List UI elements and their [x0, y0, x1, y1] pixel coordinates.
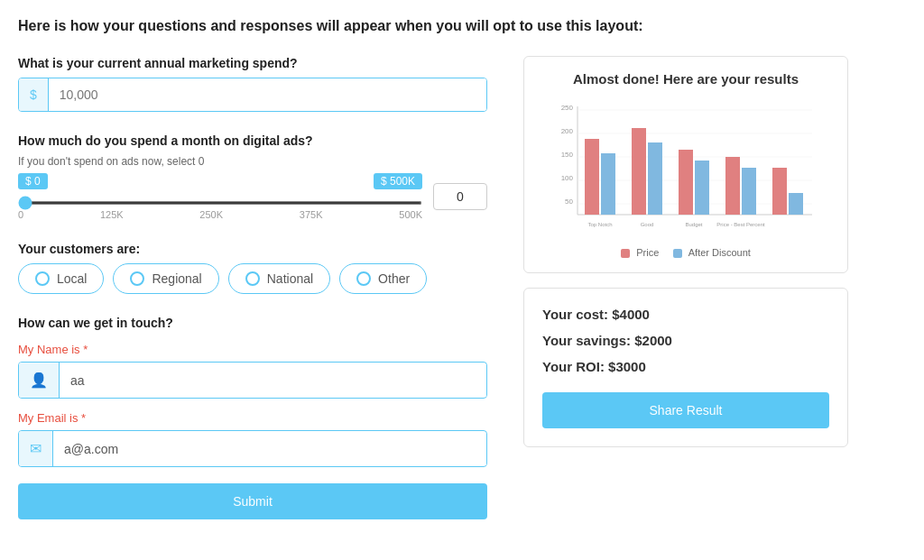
bar-g5-after	[789, 193, 803, 215]
q3-label: Your customers are:	[18, 242, 487, 256]
name-required: *	[83, 343, 88, 356]
range-labels: $ 0 $ 500K	[18, 173, 422, 189]
share-button[interactable]: Share Result	[542, 392, 829, 428]
bar-price-best-after	[742, 168, 756, 215]
bar-budget-price	[679, 150, 693, 215]
range-wrapper: $ 0 $ 500K 0 125K 250K 375K 500K	[18, 173, 422, 220]
radio-local[interactable]: Local	[18, 263, 104, 294]
tick-250k: 250K	[199, 209, 223, 220]
email-input[interactable]	[53, 433, 486, 465]
svg-text:Budget: Budget	[685, 222, 702, 227]
person-icon: 👤	[19, 363, 60, 398]
chart-title: Almost done! Here are your results	[539, 71, 833, 87]
radio-regional-label: Regional	[152, 271, 201, 286]
svg-text:250: 250	[561, 104, 574, 112]
range-row: $ 0 $ 500K 0 125K 250K 375K 500K 0	[18, 173, 487, 220]
svg-text:200: 200	[561, 127, 574, 135]
chart-legend: Price After Discount	[539, 247, 833, 258]
svg-text:Price - Best Percent: Price - Best Percent	[716, 222, 765, 227]
legend-price-label: Price	[636, 247, 659, 258]
header-text: Here is how your questions and responses…	[18, 18, 906, 34]
bar-topnotch-price	[585, 139, 599, 215]
range-ticks: 0 125K 250K 375K 500K	[18, 209, 422, 220]
legend-after-label: After Discount	[688, 247, 751, 258]
q1-label: What is your current annual marketing sp…	[18, 56, 487, 70]
name-label: My Name is *	[18, 343, 487, 356]
submit-button[interactable]: Submit	[18, 483, 487, 519]
email-icon: ✉	[19, 431, 53, 466]
bar-price-best-price	[725, 157, 740, 215]
q1-input-wrapper: $	[18, 78, 487, 112]
q2-label: How much do you spend a month on digital…	[18, 133, 487, 148]
radio-circle-regional	[130, 271, 144, 286]
range-min-label: $ 0	[18, 173, 48, 189]
range-value-box: 0	[433, 183, 487, 210]
email-required: *	[81, 411, 86, 425]
tick-375k: 375K	[300, 209, 323, 220]
left-panel: What is your current annual marketing sp…	[18, 56, 487, 541]
radio-other[interactable]: Other	[339, 263, 427, 294]
legend-after-dot	[673, 249, 682, 258]
legend-after: After Discount	[673, 247, 751, 258]
cost-line: Your cost: $4000	[542, 307, 829, 322]
bar-good-price	[632, 128, 646, 215]
radio-local-label: Local	[57, 271, 87, 286]
bar-budget-after	[695, 161, 709, 215]
svg-text:100: 100	[561, 174, 574, 182]
chart-area: 250 200 150 100 50	[539, 97, 833, 242]
svg-text:50: 50	[565, 197, 573, 206]
email-label-text: My Email is	[18, 411, 78, 425]
bar-topnotch-after	[601, 153, 615, 215]
q1-input[interactable]	[49, 78, 486, 111]
savings-line: Your savings: $2000	[542, 333, 829, 348]
svg-text:Good: Good	[641, 222, 654, 227]
bar-good-after	[648, 142, 662, 215]
radio-circle-other	[356, 271, 371, 286]
radio-other-label: Other	[378, 271, 410, 286]
q2-section: How much do you spend a month on digital…	[18, 133, 487, 220]
svg-text:Top Notch: Top Notch	[587, 222, 612, 227]
bar-chart: 250 200 150 100 50	[539, 97, 833, 233]
roi-line: Your ROI: $3000	[542, 359, 829, 374]
radio-group: Local Regional National Other	[18, 263, 487, 294]
q4-label: How can we get in touch?	[18, 316, 487, 330]
legend-price: Price	[621, 247, 659, 258]
right-panel: Almost done! Here are your results 250 2…	[523, 56, 848, 447]
svg-text:150: 150	[561, 151, 574, 159]
q1-section: What is your current annual marketing sp…	[18, 56, 487, 112]
q3-section: Your customers are: Local Regional Natio…	[18, 242, 487, 294]
name-input[interactable]	[60, 364, 486, 397]
radio-regional[interactable]: Regional	[113, 263, 218, 294]
email-label: My Email is *	[18, 411, 487, 425]
tick-125k: 125K	[100, 209, 124, 220]
tick-500k: 500K	[399, 209, 422, 220]
legend-price-dot	[621, 249, 630, 258]
range-max-label: $ 500K	[374, 173, 422, 189]
dollar-icon: $	[19, 78, 49, 111]
email-input-wrapper: ✉	[18, 430, 487, 467]
radio-circle-local	[35, 271, 50, 286]
range-input[interactable]	[18, 201, 422, 205]
results-card: Your cost: $4000 Your savings: $2000 You…	[523, 288, 848, 447]
q4-section: How can we get in touch? My Name is * 👤 …	[18, 316, 487, 519]
radio-circle-national	[245, 271, 260, 286]
radio-national[interactable]: National	[228, 263, 330, 294]
name-label-text: My Name is	[18, 343, 80, 356]
radio-national-label: National	[267, 271, 313, 286]
chart-card: Almost done! Here are your results 250 2…	[523, 56, 848, 273]
name-input-wrapper: 👤	[18, 362, 487, 399]
tick-0: 0	[18, 209, 23, 220]
q2-sublabel: If you don't spend on ads now, select 0	[18, 155, 487, 168]
bar-g5-price	[772, 168, 787, 215]
